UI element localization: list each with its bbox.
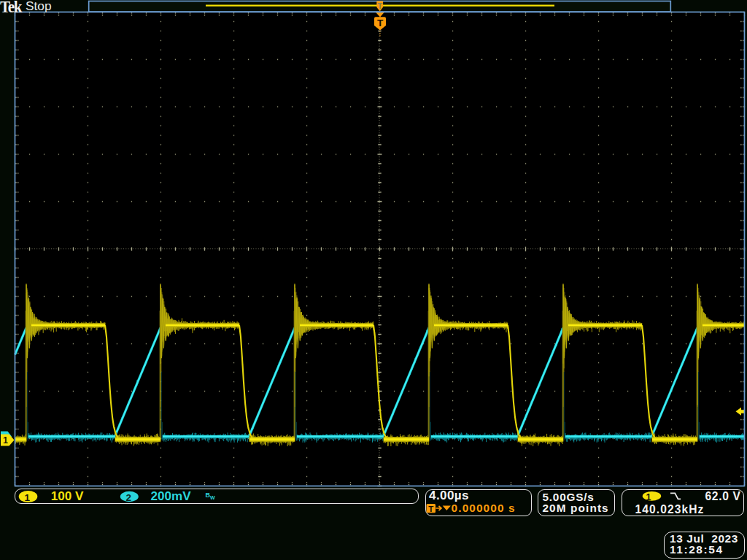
svg-text:T: T	[428, 505, 433, 513]
